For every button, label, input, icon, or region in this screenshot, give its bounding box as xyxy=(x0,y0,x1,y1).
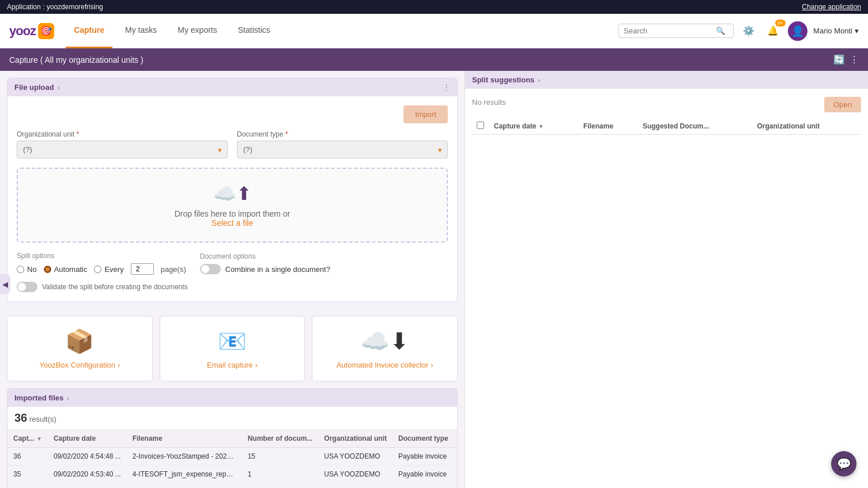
split-every-radio[interactable] xyxy=(94,266,101,273)
nav-statistics[interactable]: Statistics xyxy=(230,14,278,48)
main-content: ◀ File upload › ⋮ Import Organizational … xyxy=(0,71,868,488)
split-header-row: Capture date ▼ Filename Suggested Docum.… xyxy=(472,118,861,135)
table-row[interactable]: 34 09/02/2020 4:53:40 ... 3-ABC_INTL.jpg… xyxy=(7,483,457,489)
split-options-label: Split options xyxy=(17,252,186,260)
invoice-collector-icon: ☁️⬇ xyxy=(324,328,446,355)
logo-icon: 🎯 xyxy=(38,23,54,39)
notif-badge: 9+ xyxy=(775,20,786,27)
app-name: Application : yoozdemorefrising xyxy=(7,3,103,11)
logo-text: yooz xyxy=(9,24,36,39)
cell-date: 09/02/2020 4:53:40 ... xyxy=(48,466,127,483)
email-capture-label: Email capture › xyxy=(172,361,293,369)
split-every-option[interactable]: Every xyxy=(94,265,123,274)
split-automatic-option[interactable]: Automatic xyxy=(44,265,88,274)
nav-items: Capture My tasks My exports Statistics xyxy=(66,14,618,48)
doc-options-label: Document options xyxy=(200,252,330,260)
col-capture-date[interactable]: Capture date ▼ xyxy=(489,118,579,135)
table-row[interactable]: 36 09/02/2020 4:54:48 ... 2-Invoices-Yoo… xyxy=(7,448,457,466)
search-input[interactable] xyxy=(624,27,716,35)
cell-seq: 34 xyxy=(7,483,48,489)
cell-source: Manual import xyxy=(454,466,457,483)
more-options-icon[interactable]: ⋮ xyxy=(850,54,859,65)
table-row[interactable]: 35 09/02/2020 4:53:40 ... 4-ITESOFT_jsm_… xyxy=(7,466,457,483)
drop-text: Drop files here to import them or Select… xyxy=(32,209,433,228)
col-capture-source[interactable]: Capture source xyxy=(454,430,457,448)
change-application[interactable]: Change application xyxy=(802,3,861,11)
invoice-collector-card[interactable]: ☁️⬇ Automated Invoice collector › xyxy=(312,316,458,381)
yoozbox-card[interactable]: 📦 YoozBox Configuration › xyxy=(7,316,153,381)
nav-capture[interactable]: Capture xyxy=(66,14,112,48)
yoozbox-icon: 📦 xyxy=(19,328,141,355)
split-no-radio[interactable] xyxy=(17,266,24,273)
cell-doctype: Payable invoice xyxy=(393,448,454,466)
cell-orgunit: USA YOOZDEMO xyxy=(318,448,393,466)
validate-toggle[interactable] xyxy=(17,282,37,292)
col-suggested-doc[interactable]: Suggested Docum... xyxy=(638,118,753,135)
select-all-checkbox[interactable] xyxy=(477,122,484,129)
col-doc-type[interactable]: Document type xyxy=(393,430,454,448)
email-capture-icon: 📧 xyxy=(172,328,293,355)
split-suggestions-header: Split suggestions › xyxy=(465,71,868,89)
file-upload-section: File upload › ⋮ Import Organizational un… xyxy=(7,78,458,302)
user-name[interactable]: Mario Monti ▾ xyxy=(813,27,859,35)
form-row: Organizational unit * (?) ▾ Document xyxy=(17,130,448,158)
cell-source: Manual import xyxy=(454,483,457,489)
col-seq[interactable]: Capt... ▼ xyxy=(7,430,48,448)
settings-icon[interactable]: ⚙️ xyxy=(739,22,758,40)
yoozbox-label: YoozBox Configuration › xyxy=(19,361,141,369)
import-button[interactable]: Import xyxy=(403,105,448,123)
drop-zone[interactable]: ☁️⬆ Drop files here to import them or Se… xyxy=(17,168,448,243)
col-num-docs[interactable]: Number of docum... xyxy=(242,430,319,448)
nav-my-tasks[interactable]: My tasks xyxy=(117,14,165,48)
nav-my-exports[interactable]: My exports xyxy=(169,14,225,48)
doc-options-group: Document options Combine in a single doc… xyxy=(200,252,330,274)
refresh-icon[interactable]: 🔄 xyxy=(833,54,845,65)
invoice-collector-label: Automated Invoice collector › xyxy=(324,361,446,369)
col-filename[interactable]: Filename xyxy=(579,118,638,135)
open-button[interactable]: Open xyxy=(824,97,861,112)
sidebar-toggle[interactable]: ◀ xyxy=(0,274,10,294)
nav-right: 🔍 ⚙️ 🔔 9+ 👤 Mario Monti ▾ xyxy=(618,21,859,41)
split-top-row: No results Open xyxy=(472,96,861,114)
chevron-down-icon: ▾ xyxy=(855,27,859,35)
cell-numdocs: 1 xyxy=(242,483,319,489)
avatar[interactable]: 👤 xyxy=(788,21,807,41)
col-filename[interactable]: Filename xyxy=(127,430,242,448)
chevron-right-icon: › xyxy=(431,361,433,369)
org-unit-select[interactable]: (?) xyxy=(17,141,228,158)
chevron-right-icon: › xyxy=(255,361,258,369)
col-org-unit[interactable]: Organizational unit xyxy=(753,118,862,135)
combine-toggle[interactable] xyxy=(200,264,221,274)
cell-numdocs: 15 xyxy=(242,448,319,466)
cell-doctype: Payable invoice xyxy=(393,483,454,489)
split-no-option[interactable]: No xyxy=(17,265,37,274)
file-upload-title: File upload › xyxy=(14,83,59,92)
col-checkbox[interactable] xyxy=(472,118,489,135)
upload-icon: ☁️⬆ xyxy=(32,183,433,205)
split-chevron-icon: › xyxy=(538,77,540,84)
left-panel: ◀ File upload › ⋮ Import Organizational … xyxy=(0,71,465,488)
table-header-row: Capt... ▼ Capture date Filename Number o… xyxy=(7,430,457,448)
doc-type-select-wrapper: (?) ▾ xyxy=(237,141,448,158)
options-row: Split options No Automatic xyxy=(17,252,448,275)
results-count: 36 xyxy=(14,411,27,424)
cell-seq: 36 xyxy=(7,448,48,466)
file-upload-more-icon[interactable]: ⋮ xyxy=(443,83,450,92)
imported-files-table: Capt... ▼ Capture date Filename Number o… xyxy=(7,430,457,488)
email-capture-card[interactable]: 📧 Email capture › xyxy=(160,316,305,381)
split-table-head: Capture date ▼ Filename Suggested Docum.… xyxy=(472,118,861,135)
imported-files-header: Imported files › xyxy=(7,389,457,407)
split-every-input[interactable] xyxy=(131,263,154,275)
select-file-link[interactable]: Select a file xyxy=(212,218,253,228)
col-capture-date[interactable]: Capture date xyxy=(48,430,127,448)
chevron-right-icon: › xyxy=(58,84,60,91)
notifications[interactable]: 🔔 9+ xyxy=(764,22,782,40)
chat-button[interactable]: 💬 xyxy=(831,451,856,476)
page-header-actions: 🔄 ⋮ xyxy=(833,54,859,65)
right-panel: Split suggestions › No results Open Capt… xyxy=(465,71,868,488)
split-automatic-radio[interactable] xyxy=(44,266,51,273)
split-suggestions-table: Capture date ▼ Filename Suggested Docum.… xyxy=(472,118,861,135)
col-org-unit[interactable]: Organizational unit xyxy=(318,430,393,448)
search-icon[interactable]: 🔍 xyxy=(716,27,725,35)
doc-type-select[interactable]: (?) xyxy=(237,141,448,158)
